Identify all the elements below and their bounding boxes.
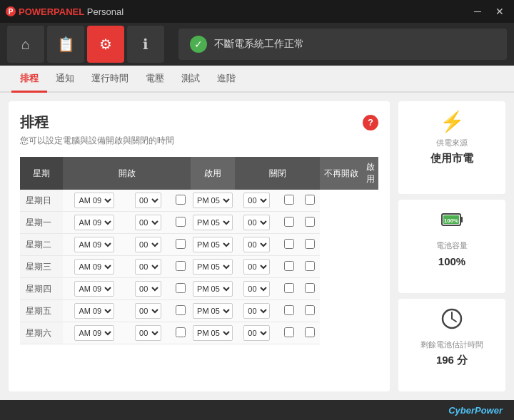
- minimize-button[interactable]: ─: [470, 4, 485, 19]
- off-hour-cell: AM 12AM 01AM 02AM 03AM 04AM 05AM 06AM 07…: [191, 278, 235, 300]
- on-min-select[interactable]: 0001020304050607080910111213141516171819…: [135, 237, 161, 252]
- tab-notify[interactable]: 通知: [47, 66, 83, 93]
- tab-runtime[interactable]: 運行時間: [83, 66, 137, 93]
- on-min-select[interactable]: 0001020304050607080910111213141516171819…: [135, 281, 161, 297]
- off-enabled-checkbox[interactable]: [305, 195, 315, 205]
- on-hour-select[interactable]: AM 12AM 01AM 02AM 03AM 04AM 05AM 06AM 07…: [74, 193, 114, 208]
- on-enabled-cell: [170, 256, 191, 278]
- skip-on-checkbox[interactable]: [284, 217, 294, 227]
- nav-settings-button[interactable]: ⚙: [87, 26, 124, 63]
- power-source-value: 使用市電: [430, 152, 473, 165]
- skip-on-checkbox[interactable]: [284, 239, 294, 249]
- tab-schedule[interactable]: 排程: [11, 66, 47, 93]
- on-min-select[interactable]: 0001020304050607080910111213141516171819…: [135, 259, 161, 275]
- on-min-select[interactable]: 0001020304050607080910111213141516171819…: [135, 193, 161, 208]
- nav-info-button[interactable]: ℹ: [127, 26, 164, 63]
- on-min-select[interactable]: 0001020304050607080910111213141516171819…: [135, 325, 161, 341]
- day-cell: 星期六: [20, 322, 63, 344]
- off-enabled-checkbox[interactable]: [305, 327, 315, 337]
- off-min-select[interactable]: 0001020304050607080910111213141516171819…: [243, 259, 270, 275]
- on-hour-select[interactable]: AM 12AM 01AM 02AM 03AM 04AM 05AM 06AM 07…: [74, 259, 114, 275]
- on-enabled-checkbox[interactable]: [176, 195, 186, 205]
- tab-advanced[interactable]: 進階: [208, 66, 244, 93]
- on-enabled-checkbox[interactable]: [176, 283, 186, 293]
- off-enabled-checkbox[interactable]: [305, 217, 315, 227]
- tab-power[interactable]: 電壓: [137, 66, 173, 93]
- on-min-cell: 0001020304050607080910111213141516171819…: [126, 190, 171, 212]
- off-min-select[interactable]: 0001020304050607080910111213141516171819…: [243, 237, 270, 252]
- doc-icon: 📋: [57, 36, 75, 53]
- window-controls: ─ ✕: [470, 4, 508, 19]
- close-button[interactable]: ✕: [491, 4, 508, 19]
- app-name: POWERPANEL Personal: [19, 6, 124, 17]
- off-min-select[interactable]: 0001020304050607080910111213141516171819…: [243, 303, 270, 319]
- footer-brand: CyberPower: [448, 405, 503, 416]
- day-cell: 星期一: [20, 212, 63, 234]
- skip-on-checkbox[interactable]: [284, 305, 294, 315]
- skip-on-cell: [279, 212, 300, 234]
- nav-doc-button[interactable]: 📋: [47, 26, 84, 63]
- off-hour-select[interactable]: AM 12AM 01AM 02AM 03AM 04AM 05AM 06AM 07…: [193, 237, 233, 252]
- tab-test[interactable]: 測試: [173, 66, 208, 93]
- off-min-cell: 0001020304050607080910111213141516171819…: [235, 212, 279, 234]
- on-hour-select[interactable]: AM 12AM 01AM 02AM 03AM 04AM 05AM 06AM 07…: [74, 325, 114, 341]
- off-hour-select[interactable]: AM 12AM 01AM 02AM 03AM 04AM 05AM 06AM 07…: [193, 215, 233, 230]
- on-hour-cell: AM 12AM 01AM 02AM 03AM 04AM 05AM 06AM 07…: [63, 256, 126, 278]
- gear-icon: ⚙: [99, 36, 112, 53]
- on-enabled-checkbox[interactable]: [176, 327, 186, 337]
- skip-on-checkbox[interactable]: [284, 195, 294, 205]
- day-cell: 星期三: [20, 256, 63, 278]
- on-enabled-checkbox[interactable]: [176, 261, 186, 271]
- off-enabled-checkbox[interactable]: [305, 261, 315, 271]
- off-min-select[interactable]: 0001020304050607080910111213141516171819…: [243, 193, 270, 208]
- off-hour-select[interactable]: AM 12AM 01AM 02AM 03AM 04AM 05AM 06AM 07…: [193, 303, 233, 319]
- on-min-cell: 0001020304050607080910111213141516171819…: [126, 234, 171, 256]
- day-cell: 星期日: [20, 190, 63, 212]
- off-enabled-cell: [299, 190, 320, 212]
- on-enabled-checkbox[interactable]: [176, 305, 186, 315]
- left-panel: 排程 ? 您可以設定電腦與設備開啟與關閉的時間 星期 開啟 啟用 關閉 不再開啟…: [9, 101, 390, 391]
- power-source-label: 供電來源: [436, 138, 468, 148]
- power-source-icon: ⚡: [440, 110, 465, 133]
- skip-on-cell: [279, 190, 300, 212]
- status-icon: ✓: [190, 36, 207, 53]
- skip-on-cell: [279, 322, 300, 344]
- off-enabled-cell: [299, 256, 320, 278]
- off-hour-select[interactable]: AM 12AM 01AM 02AM 03AM 04AM 05AM 06AM 07…: [193, 193, 233, 208]
- off-min-select[interactable]: 0001020304050607080910111213141516171819…: [243, 215, 270, 230]
- footer: CyberPower: [0, 400, 514, 420]
- on-hour-select[interactable]: AM 12AM 01AM 02AM 03AM 04AM 05AM 06AM 07…: [74, 281, 114, 297]
- battery-label: 電池容量: [436, 240, 468, 250]
- on-enabled-checkbox[interactable]: [176, 217, 186, 227]
- off-hour-select[interactable]: AM 12AM 01AM 02AM 03AM 04AM 05AM 06AM 07…: [193, 259, 233, 275]
- on-hour-select[interactable]: AM 12AM 01AM 02AM 03AM 04AM 05AM 06AM 07…: [74, 303, 114, 319]
- skip-on-checkbox[interactable]: [284, 283, 294, 293]
- on-hour-cell: AM 12AM 01AM 02AM 03AM 04AM 05AM 06AM 07…: [63, 212, 126, 234]
- tab-bar: 排程 通知 運行時間 電壓 測試 進階: [0, 66, 514, 93]
- on-hour-select[interactable]: AM 12AM 01AM 02AM 03AM 04AM 05AM 06AM 07…: [74, 237, 114, 252]
- nav-home-button[interactable]: ⌂: [7, 26, 44, 63]
- off-hour-select[interactable]: AM 12AM 01AM 02AM 03AM 04AM 05AM 06AM 07…: [193, 281, 233, 297]
- help-icon[interactable]: ?: [363, 115, 378, 130]
- off-enabled-checkbox[interactable]: [305, 239, 315, 249]
- day-cell: 星期五: [20, 300, 63, 322]
- on-enabled-checkbox[interactable]: [176, 239, 186, 249]
- off-min-select[interactable]: 0001020304050607080910111213141516171819…: [243, 281, 270, 297]
- on-min-cell: 0001020304050607080910111213141516171819…: [126, 322, 171, 344]
- off-enabled-cell: [299, 322, 320, 344]
- off-enabled-checkbox[interactable]: [305, 283, 315, 293]
- svg-rect-3: [460, 217, 463, 222]
- on-enabled-cell: [170, 322, 191, 344]
- skip-on-checkbox[interactable]: [284, 261, 294, 271]
- day-cell: 星期四: [20, 278, 63, 300]
- on-min-cell: 0001020304050607080910111213141516171819…: [126, 278, 171, 300]
- on-hour-select[interactable]: AM 12AM 01AM 02AM 03AM 04AM 05AM 06AM 07…: [74, 215, 114, 230]
- off-min-select[interactable]: 0001020304050607080910111213141516171819…: [243, 325, 270, 341]
- on-enabled-cell: [170, 300, 191, 322]
- on-min-select[interactable]: 0001020304050607080910111213141516171819…: [135, 215, 161, 230]
- off-enabled-checkbox[interactable]: [305, 305, 315, 315]
- header-on-section: 開啟: [63, 157, 191, 190]
- skip-on-checkbox[interactable]: [284, 327, 294, 337]
- on-min-select[interactable]: 0001020304050607080910111213141516171819…: [135, 303, 161, 319]
- off-hour-select[interactable]: AM 12AM 01AM 02AM 03AM 04AM 05AM 06AM 07…: [193, 325, 233, 341]
